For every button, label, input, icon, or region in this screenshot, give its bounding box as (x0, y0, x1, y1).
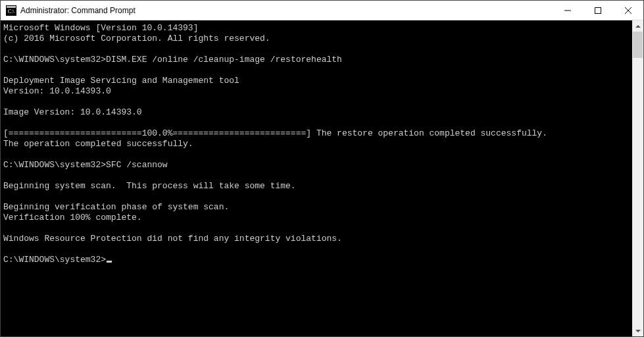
maximize-button[interactable] (583, 1, 613, 20)
scroll-up-button[interactable] (632, 20, 643, 32)
minimize-button[interactable] (553, 1, 583, 20)
blank-line (3, 170, 632, 181)
blank-line (3, 44, 632, 55)
prompt-line-3: C:\WINDOWS\system32> (3, 255, 632, 265)
blank-line (3, 97, 632, 107)
cmd-window: C:\ Administrator: Command Prompt Micros… (0, 0, 644, 337)
sfc-phase-line: Beginning verification phase of system s… (3, 202, 632, 213)
scroll-track[interactable] (632, 32, 643, 325)
blank-line (3, 118, 632, 128)
close-button[interactable] (613, 1, 643, 20)
copyright-line: (c) 2016 Microsoft Corporation. All righ… (3, 34, 632, 44)
cmd-icon: C:\ (6, 5, 16, 16)
dism-version-line: Version: 10.0.14393.0 (3, 86, 632, 97)
blank-line (3, 149, 632, 160)
cmd1-text: DISM.EXE /online /cleanup-image /restore… (106, 55, 342, 65)
cmd2-text: SFC /scannow (106, 160, 168, 170)
scroll-thumb[interactable] (633, 32, 643, 58)
blank-line (3, 192, 632, 202)
svg-rect-1 (7, 6, 16, 8)
cursor (107, 261, 112, 263)
prompt-line-1: C:\WINDOWS\system32>DISM.EXE /online /cl… (3, 55, 632, 65)
titlebar[interactable]: C:\ Administrator: Command Prompt (1, 1, 643, 20)
os-header-line: Microsoft Windows [Version 10.0.14393] (3, 23, 632, 34)
vertical-scrollbar[interactable] (632, 20, 643, 336)
scroll-down-button[interactable] (632, 325, 643, 336)
sfc-begin-line: Beginning system scan. This process will… (3, 181, 632, 192)
sfc-verify-line: Verification 100% complete. (3, 213, 632, 223)
blank-line (3, 244, 632, 255)
prompt-text: C:\WINDOWS\system32> (3, 55, 106, 65)
prompt-text: C:\WINDOWS\system32> (3, 255, 106, 265)
dism-progress-line: [==========================100.0%=======… (3, 128, 632, 139)
sfc-result-line: Windows Resource Protection did not find… (3, 234, 632, 244)
svg-marker-8 (635, 330, 641, 332)
content-wrap: Microsoft Windows [Version 10.0.14393](c… (1, 20, 643, 336)
svg-text:C:\: C:\ (8, 9, 15, 14)
prompt-text: C:\WINDOWS\system32> (3, 160, 106, 170)
svg-marker-7 (635, 25, 641, 28)
dism-title-line: Deployment Image Servicing and Managemen… (3, 76, 632, 86)
dism-image-version-line: Image Version: 10.0.14393.0 (3, 107, 632, 118)
terminal-area[interactable]: Microsoft Windows [Version 10.0.14393](c… (1, 20, 632, 336)
dism-result-line: The operation completed successfully. (3, 139, 632, 149)
svg-rect-4 (595, 7, 601, 13)
window-title: Administrator: Command Prompt (20, 6, 136, 15)
blank-line (3, 65, 632, 76)
prompt-line-2: C:\WINDOWS\system32>SFC /scannow (3, 160, 632, 170)
blank-line (3, 223, 632, 234)
